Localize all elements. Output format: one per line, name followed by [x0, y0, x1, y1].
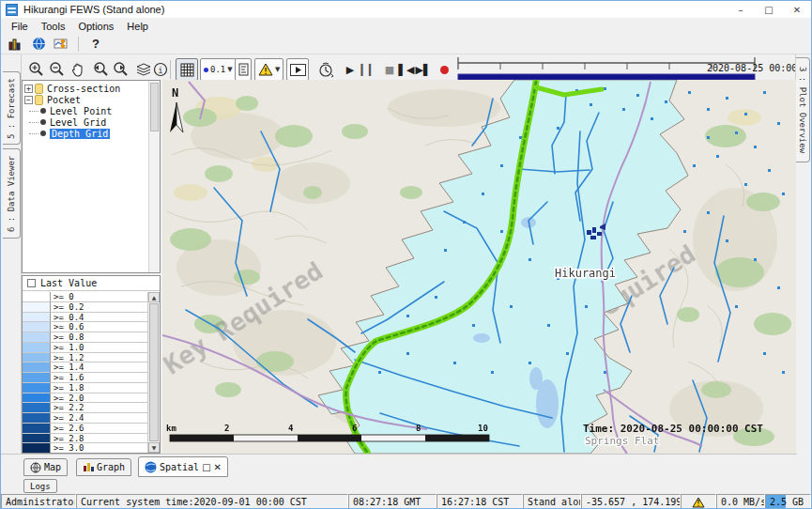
warning-icon: ! — [258, 63, 273, 76]
warnings-dropdown[interactable]: ! ▼ — [254, 58, 283, 81]
legend-row: >= 0.6 — [23, 322, 147, 332]
legend-row: >= 1.4 — [23, 362, 147, 373]
status-user: Administrator — [1, 494, 76, 509]
step-forward-button[interactable]: ▶▌ — [412, 58, 435, 81]
main-toolbar: ? — [1, 34, 811, 54]
app-logo-icon — [6, 4, 18, 16]
zoom-next-button[interactable] — [110, 58, 132, 81]
legend-row: >= 2.6 — [23, 424, 147, 434]
svg-text:N: N — [172, 86, 178, 100]
menu-help[interactable]: Help — [120, 20, 155, 33]
tree-scrollbar[interactable] — [148, 81, 160, 272]
tree-item-label[interactable]: Level Point — [50, 106, 112, 116]
tree-item-label[interactable]: Cross-section — [47, 84, 120, 94]
grid-display-button[interactable] — [176, 58, 198, 81]
help-button[interactable]: ? — [84, 35, 107, 54]
maximize-icon[interactable]: □ — [755, 1, 783, 18]
tree-item-cross-section[interactable]: + Cross-section — [23, 83, 160, 94]
title-bar: Hikurangi FEWS (Stand alone) – □ ✕ — [1, 1, 811, 18]
legend-scrollbar[interactable]: ▲ ▼ — [147, 292, 160, 453]
legend-row: >= 0.8 — [23, 332, 147, 343]
bar-chart-icon — [83, 462, 94, 472]
legend-row: >= 1.8 — [23, 383, 147, 393]
globe-icon[interactable] — [27, 35, 50, 54]
scroll-down-icon[interactable]: ▼ — [148, 442, 160, 453]
tab-map[interactable]: Map — [23, 458, 68, 476]
status-download-speed: 0.0 MB/s — [716, 494, 765, 509]
bullet-icon — [40, 108, 46, 114]
tree-connector — [29, 122, 38, 123]
toolbar-separator — [78, 37, 79, 52]
pause-button[interactable]: ▎▎ — [358, 58, 380, 81]
blue-globe-icon — [145, 461, 157, 473]
chevron-down-icon: ▼ — [227, 66, 232, 73]
maximize-panel-icon[interactable]: □ — [202, 462, 210, 472]
map-view[interactable]: API Key Required API Key Required — [162, 80, 796, 454]
close-panel-icon[interactable]: ✕ — [214, 462, 222, 472]
folder-icon — [35, 95, 43, 105]
wire-globe-icon — [30, 462, 41, 473]
svg-text:!: ! — [263, 67, 268, 76]
status-local-time: 16:27:18 CST — [437, 494, 523, 509]
animation-panel-button[interactable] — [286, 58, 309, 81]
tab-graph[interactable]: Graph — [76, 458, 131, 476]
chevron-down-icon: ▼ — [275, 66, 280, 73]
record-button[interactable] — [433, 58, 455, 81]
tree-item-label[interactable]: Level Grid — [50, 117, 106, 128]
toolbar-separator — [170, 60, 171, 79]
bullet-icon — [40, 131, 46, 136]
tree-item-level-grid[interactable]: Level Grid — [23, 116, 160, 128]
folder-icon — [35, 84, 43, 94]
legend-panel: Last Value >= 0 >= 0.2 >= 0.4 >= 0.6 >= … — [22, 275, 161, 454]
spatial-display-icon[interactable] — [50, 35, 72, 54]
legend-row: >= 2.8 — [23, 434, 147, 444]
svg-text:km: km — [166, 424, 176, 433]
status-warning-cell[interactable]: ! — [681, 494, 716, 509]
collapse-icon[interactable]: − — [24, 96, 33, 104]
locality-label: Springs Flat — [585, 435, 659, 447]
scroll-thumb[interactable] — [149, 303, 159, 441]
expand-icon[interactable]: + — [24, 85, 33, 93]
status-system-time: Current system time:2020-09-01 00:00 CST — [76, 494, 348, 509]
tab-spatial[interactable]: Spatial □ ✕ — [138, 456, 228, 477]
tree-connector — [29, 111, 38, 112]
tree-item-label[interactable]: Pocket — [47, 95, 81, 105]
zoom-out-button[interactable] — [46, 58, 69, 81]
status-gmt-time: 08:27:18 GMT — [348, 494, 437, 509]
svg-text:8: 8 — [416, 424, 421, 433]
last-value-checkbox[interactable] — [27, 279, 36, 287]
svg-text:10: 10 — [478, 424, 488, 433]
pan-hand-button[interactable] — [67, 58, 89, 81]
zoom-previous-button[interactable] — [89, 58, 112, 81]
tree-item-label-selected[interactable]: Depth Grid — [50, 129, 110, 139]
legend-list: >= 0 >= 0.2 >= 0.4 >= 0.6 >= 0.8 >= 1.0 … — [23, 292, 147, 453]
menu-file[interactable]: File — [5, 20, 35, 33]
town-label: Hikurangi — [555, 267, 616, 280]
contour-value-label: 0.1 — [210, 65, 225, 74]
legend-row: >= 2.2 — [23, 403, 147, 413]
layers-tree-panel: + Cross-section − Pocket Level Point Lev… — [22, 80, 161, 273]
tree-item-pocket[interactable]: − Pocket — [23, 94, 160, 105]
tab-plot-overview[interactable]: 3 : Plot Overview — [796, 57, 810, 162]
map-legend-button[interactable] — [235, 58, 252, 81]
menu-options[interactable]: Options — [71, 20, 120, 33]
info-button[interactable]: i — [149, 58, 172, 81]
tree-item-level-point[interactable]: Level Point — [23, 105, 160, 116]
logs-button[interactable]: Logs — [23, 479, 57, 493]
legend-row: >= 3.0 — [23, 443, 147, 453]
minimize-icon[interactable]: – — [727, 1, 755, 18]
database-icon[interactable] — [5, 35, 27, 54]
tree-connector — [29, 133, 38, 134]
legend-row: >= 2.4 — [23, 413, 147, 424]
legend-row: >= 1.0 — [23, 343, 147, 353]
close-icon[interactable]: ✕ — [783, 1, 811, 18]
scroll-up-icon[interactable]: ▲ — [148, 292, 160, 302]
menu-tools[interactable]: Tools — [35, 20, 72, 33]
tree-item-depth-grid[interactable]: Depth Grid — [23, 128, 160, 139]
tab-data-viewer[interactable]: 6 : Data Viewer — [3, 148, 21, 239]
timer-icon[interactable] — [314, 58, 337, 81]
zoom-in-button[interactable] — [25, 58, 48, 81]
contour-value-dropdown[interactable]: 0.1 ▼ — [200, 58, 237, 81]
tab-forecast[interactable]: 5 : Forecast — [3, 71, 21, 145]
map-time-label: Time: 2020-08-25 00:00:00 CST — [583, 423, 763, 435]
